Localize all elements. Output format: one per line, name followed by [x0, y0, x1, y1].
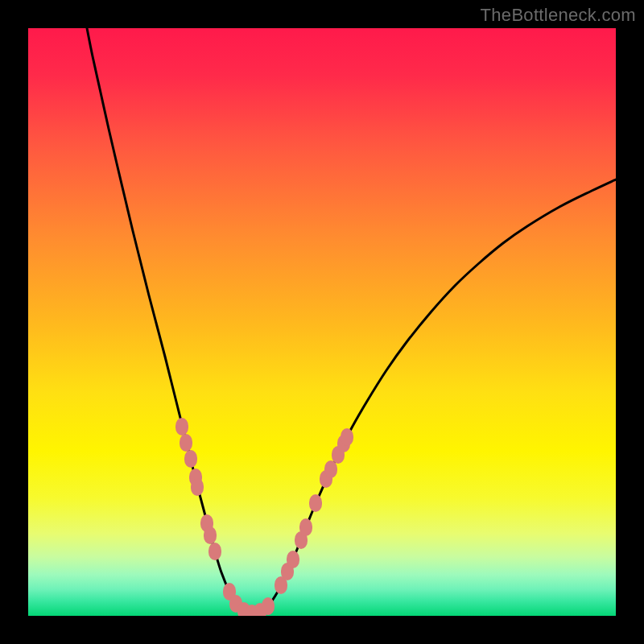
data-marker	[341, 428, 353, 446]
data-marker	[324, 460, 337, 478]
bottleneck-chart	[28, 28, 616, 616]
data-marker	[184, 450, 197, 468]
data-marker	[191, 478, 204, 496]
chart-frame	[28, 28, 616, 616]
data-marker	[262, 597, 275, 615]
data-marker	[299, 518, 312, 536]
data-marker	[309, 494, 322, 512]
data-marker	[208, 543, 221, 560]
chart-background	[28, 28, 616, 616]
data-marker	[180, 434, 192, 452]
data-marker	[204, 526, 217, 544]
data-marker	[287, 551, 299, 568]
data-marker	[175, 418, 188, 436]
watermark-text: TheBottleneck.com	[481, 5, 636, 26]
